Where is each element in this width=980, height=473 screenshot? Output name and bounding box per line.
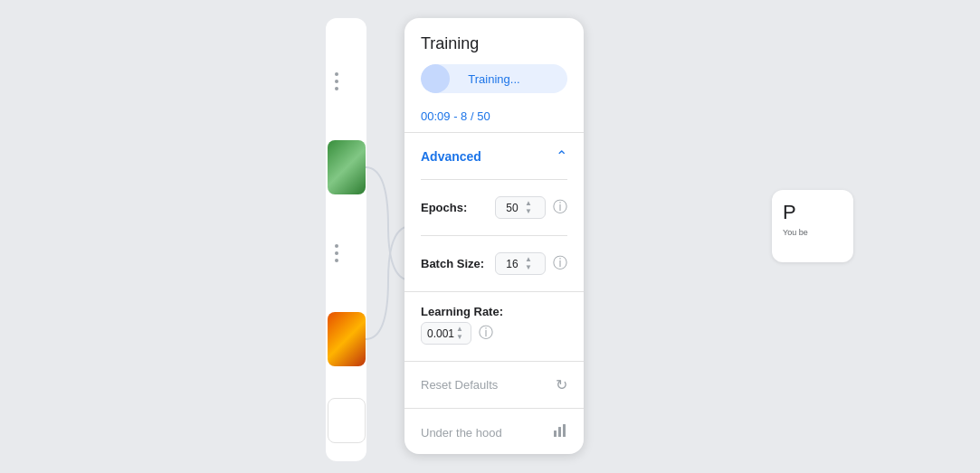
learning-rate-section: Learning Rate: 0.001 ▲ ▼ ⓘ: [404, 301, 584, 352]
reset-clock-icon: ↻: [556, 376, 567, 393]
svg-rect-1: [558, 427, 561, 437]
right-panel-card: P You be: [772, 190, 853, 262]
thumbnail-orange-image: [328, 312, 366, 366]
epochs-row: Epochs: 50 ▲ ▼ ⓘ: [421, 189, 567, 226]
dot-5: [335, 251, 338, 255]
bottom-stub-card: [328, 398, 366, 443]
chevron-up-icon: ⌃: [556, 147, 567, 165]
batchsize-label: Batch Size:: [421, 257, 488, 270]
divider-batch: [421, 235, 567, 236]
divider-epochs: [421, 179, 567, 180]
learning-rate-help-icon[interactable]: ⓘ: [479, 324, 493, 343]
sidebar-dots-bottom: [335, 244, 338, 262]
batchsize-stepper[interactable]: ▲ ▼: [525, 256, 532, 271]
epochs-label: Epochs:: [421, 201, 488, 214]
dot-6: [335, 259, 338, 262]
learning-rate-label: Learning Rate:: [421, 305, 567, 318]
epochs-input[interactable]: 50 ▲ ▼: [495, 196, 546, 219]
advanced-section: Advanced ⌃ Epochs: 50 ▲ ▼ ⓘ Batch Size: …: [404, 142, 584, 282]
epochs-help-icon[interactable]: ⓘ: [553, 198, 567, 217]
divider-1: [404, 132, 584, 133]
thumbnail-green-image: [328, 140, 366, 194]
learning-rate-value: 0.001: [427, 327, 454, 340]
under-the-hood-label: Under the hood: [421, 426, 502, 440]
learning-rate-row: 0.001 ▲ ▼ ⓘ: [421, 322, 567, 345]
left-sidebar: [326, 18, 366, 461]
advanced-label: Advanced: [421, 149, 481, 164]
lr-decrement[interactable]: ▼: [456, 334, 463, 341]
batchsize-value: 16: [501, 258, 523, 270]
timer-text: 00:09 - 8 / 50: [404, 104, 584, 123]
divider-hood: [404, 408, 584, 409]
batchsize-help-icon[interactable]: ⓘ: [553, 254, 567, 273]
sidebar-dots-top: [335, 72, 338, 90]
batchsize-input[interactable]: 16 ▲ ▼: [495, 252, 546, 275]
batchsize-increment[interactable]: ▲: [525, 256, 532, 263]
epochs-stepper[interactable]: ▲ ▼: [525, 200, 532, 215]
reset-defaults-section[interactable]: Reset Defaults ↻: [404, 371, 584, 399]
epochs-value: 50: [501, 202, 523, 214]
progress-bar-container: Training...: [421, 64, 567, 93]
divider-reset: [404, 361, 584, 362]
lr-stepper[interactable]: ▲ ▼: [456, 326, 463, 341]
bar-chart-icon: [553, 423, 567, 441]
thumbnail-orange[interactable]: [328, 312, 366, 366]
dot-3: [335, 87, 338, 90]
epochs-increment[interactable]: ▲: [525, 200, 532, 207]
card-header: Training: [404, 18, 584, 64]
reset-defaults-label: Reset Defaults: [421, 378, 498, 392]
batchsize-row: Batch Size: 16 ▲ ▼ ⓘ: [421, 245, 567, 282]
lr-increment[interactable]: ▲: [456, 326, 463, 333]
svg-rect-0: [554, 430, 557, 437]
batchsize-decrement[interactable]: ▼: [525, 264, 532, 271]
divider-lr: [404, 291, 584, 292]
dot-4: [335, 244, 338, 248]
card-title: Training: [421, 34, 567, 53]
right-card-letter: P: [783, 201, 842, 224]
learning-rate-input[interactable]: 0.001 ▲ ▼: [421, 322, 471, 345]
training-card: Training Training... 00:09 - 8 / 50 Adva…: [404, 18, 584, 454]
thumbnail-green[interactable]: [328, 140, 366, 194]
dot-1: [335, 72, 338, 76]
right-card-text: You be: [783, 228, 842, 239]
dot-2: [335, 80, 338, 83]
progress-label: Training...: [421, 72, 567, 86]
progress-section: Training...: [404, 64, 584, 104]
advanced-header[interactable]: Advanced ⌃: [421, 142, 567, 170]
svg-rect-2: [563, 424, 566, 437]
epochs-decrement[interactable]: ▼: [525, 208, 532, 215]
under-the-hood-section[interactable]: Under the hood: [404, 418, 584, 447]
